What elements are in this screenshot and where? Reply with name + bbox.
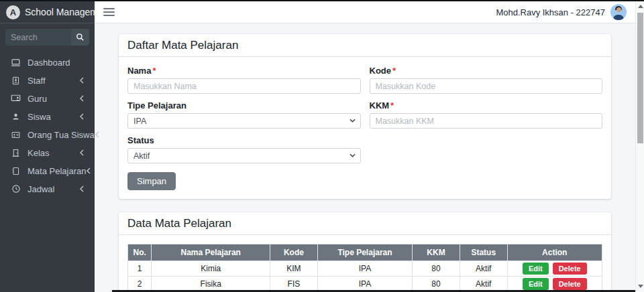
column-header: Status — [460, 244, 507, 261]
cell-kkm: 80 — [413, 261, 460, 277]
cell-no: 1 — [128, 261, 152, 277]
content: Daftar Mata Pelajaran Nama* Kode* — [95, 23, 635, 292]
cell-action: EditDelete — [507, 261, 602, 277]
nama-input[interactable] — [127, 78, 361, 94]
table-card: Data Mata Pelajaran No.Nama PelajaranKod… — [119, 212, 611, 292]
top-navbar: Mohd.Ravy Ikhsan - 222747 — [95, 1, 635, 23]
sidebar-item-siswa[interactable]: Siswa — [5, 108, 89, 125]
sidebar-item-label: Mata Pelajaran — [28, 166, 86, 176]
sidebar-item-kelas[interactable]: Kelas — [5, 144, 89, 161]
sidebar-item-staff[interactable]: Staff — [5, 72, 89, 89]
column-header: Action — [507, 244, 602, 261]
delete-button[interactable]: Delete — [553, 263, 587, 275]
sidebar-item-label: Jadwal — [28, 184, 54, 194]
user-icon — [10, 112, 21, 121]
brand[interactable]: A School Management — [0, 1, 95, 23]
sidebar-item-label: Orang Tua Siswa — [28, 130, 95, 140]
table-card-header: Data Mata Pelajaran — [119, 212, 611, 235]
delete-button[interactable]: Delete — [553, 278, 587, 290]
table-row: 1KimiaKIMIPA80AktifEditDelete — [128, 261, 602, 277]
sidebar-item-mata-pelajaran[interactable]: Mata Pelajaran — [5, 162, 89, 179]
tipe-pelajaran-select[interactable]: IPA — [127, 113, 361, 129]
nama-label: Nama* — [127, 66, 361, 76]
field-nama: Nama* — [127, 66, 361, 94]
field-kode: Kode* — [370, 66, 603, 94]
scroll-up-arrow-icon[interactable] — [638, 5, 643, 8]
sidebar-item-label: Guru — [28, 94, 47, 104]
page-scrollbar[interactable] — [635, 1, 644, 292]
field-status: Status Aktif — [127, 135, 361, 163]
chevron-left-icon — [79, 95, 85, 102]
door-icon — [10, 148, 21, 158]
required-mark: * — [390, 100, 394, 111]
scroll-down-arrow-icon[interactable] — [638, 285, 643, 288]
sidebar-search-button[interactable] — [71, 29, 89, 46]
sidebar: A School Management DashboardStaffGuruSi… — [0, 1, 95, 292]
kode-input[interactable] — [370, 78, 603, 94]
window-top-edge — [0, 0, 644, 1]
column-header: Nama Pelajaran — [152, 244, 270, 261]
user-name[interactable]: Mohd.Ravy Ikhsan - 222747 — [496, 7, 605, 17]
chevron-left-icon — [79, 113, 85, 120]
column-header: Kode — [270, 244, 318, 261]
clock-icon — [10, 184, 21, 194]
search-icon — [76, 33, 85, 42]
kkm-input[interactable] — [370, 113, 603, 129]
main-area: Mohd.Ravy Ikhsan - 222747 Daftar Mata Pe… — [95, 1, 635, 292]
required-mark: * — [152, 66, 156, 76]
table-card-body: No.Nama PelajaranKodeTipe PelajaranKKMSt… — [119, 235, 611, 292]
required-mark: * — [392, 66, 396, 76]
chevron-left-icon — [79, 149, 85, 156]
id-badge-icon — [10, 76, 21, 86]
field-kkm: KKM* — [370, 100, 603, 129]
simpan-button[interactable]: Simpan — [127, 172, 176, 190]
table-card-title: Data Mata Pelajaran — [127, 216, 602, 230]
menu-toggle-icon[interactable] — [103, 8, 115, 16]
sidebar-search-input[interactable] — [5, 29, 71, 46]
column-header: No. — [128, 244, 152, 261]
sidebar-item-dashboard[interactable]: Dashboard — [5, 54, 89, 71]
kkm-label: KKM* — [370, 100, 603, 111]
column-header: Tipe Pelajaran — [317, 244, 412, 261]
status-label: Status — [127, 135, 361, 145]
sidebar-item-label: Siswa — [28, 112, 51, 122]
book-icon — [10, 166, 21, 176]
cell-status: Aktif — [460, 261, 507, 277]
desktop-icon — [10, 58, 21, 68]
cell-kode: KIM — [270, 261, 318, 277]
form-card-body: Nama* Kode* Tipe Pelajaran IPA — [119, 57, 611, 199]
edit-button[interactable]: Edit — [523, 263, 549, 275]
chalkboard-teacher-icon — [10, 94, 21, 104]
chevron-left-icon — [79, 186, 85, 192]
avatar[interactable] — [610, 4, 627, 20]
kode-label: Kode* — [370, 66, 603, 76]
sidebar-nav: DashboardStaffGuruSiswaOrang Tua SiswaKe… — [0, 50, 95, 202]
chevron-left-icon — [79, 77, 85, 84]
form-card-header: Daftar Mata Pelajaran — [119, 34, 611, 57]
field-tipe-pelajaran: Tipe Pelajaran IPA — [127, 100, 361, 129]
form-card: Daftar Mata Pelajaran Nama* Kode* — [119, 34, 611, 199]
subjects-table: No.Nama PelajaranKodeTipe PelajaranKKMSt… — [127, 244, 602, 292]
sidebar-item-guru[interactable]: Guru — [5, 90, 89, 107]
sidebar-item-label: Kelas — [28, 148, 50, 158]
column-header: KKM — [413, 244, 460, 261]
scrollbar-thumb[interactable] — [637, 13, 643, 143]
form-card-title: Daftar Mata Pelajaran — [127, 38, 602, 52]
app: A School Management DashboardStaffGuruSi… — [0, 0, 644, 292]
sidebar-item-orang-tua-siswa[interactable]: Orang Tua Siswa — [5, 126, 89, 143]
tipe-pelajaran-label: Tipe Pelajaran — [127, 100, 361, 111]
sidebar-search — [5, 29, 89, 46]
sidebar-item-jadwal[interactable]: Jadwal — [5, 180, 89, 198]
sidebar-item-label: Staff — [28, 76, 46, 86]
edit-button[interactable]: Edit — [523, 278, 549, 290]
cell-tipe: IPA — [317, 261, 412, 277]
status-select[interactable]: Aktif — [127, 148, 361, 163]
id-card-icon — [10, 131, 21, 139]
sidebar-item-label: Dashboard — [28, 58, 70, 68]
app-logo-icon: A — [6, 5, 20, 19]
chevron-left-icon — [86, 167, 91, 174]
cell-nama: Kimia — [152, 261, 270, 277]
